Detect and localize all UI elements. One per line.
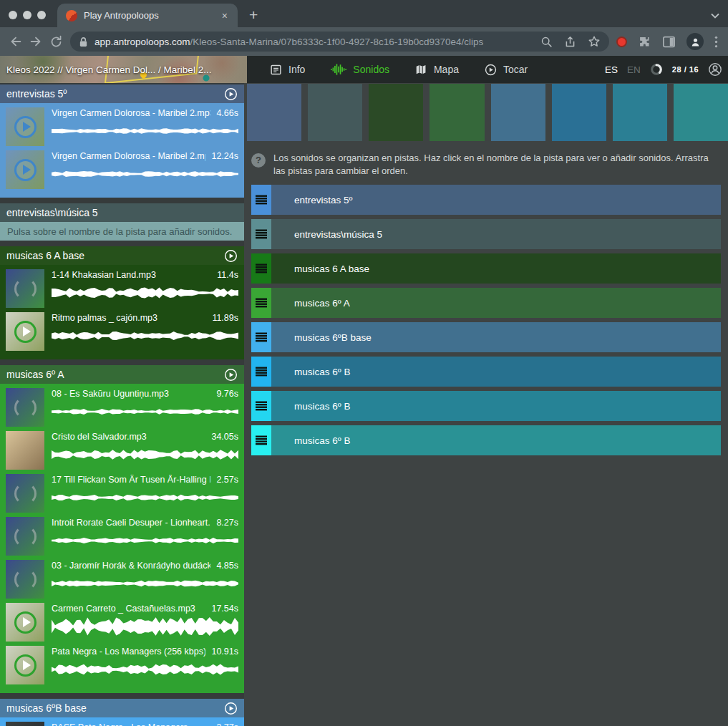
window-minimize-icon[interactable]	[23, 11, 31, 19]
track-name[interactable]: entrevistas 5º	[271, 185, 721, 215]
clip-thumbnail[interactable]	[6, 107, 44, 146]
track-name[interactable]: musicas 6º A	[271, 288, 721, 318]
track-header-name[interactable]: musicas 6ºB base	[6, 702, 87, 714]
track-name[interactable]: musicas 6º B	[271, 357, 721, 387]
back-button[interactable]	[6, 32, 26, 52]
track-header-name[interactable]: musicas 6 A base	[6, 250, 84, 261]
language-en[interactable]: EN	[627, 64, 641, 75]
track-row[interactable]: musicas 6ºB base	[251, 322, 721, 352]
tab-sonidos[interactable]: Sonidos	[331, 64, 389, 75]
track-header[interactable]: entrevistas 5º	[0, 84, 244, 103]
window-close-icon[interactable]	[9, 11, 17, 19]
clip[interactable]: Virgen Carmen Dolorosa - Maribel 2.mp312…	[6, 150, 238, 189]
play-track-icon[interactable]	[224, 249, 238, 263]
side-panel-icon[interactable]	[662, 36, 676, 48]
drag-handle[interactable]	[251, 391, 271, 421]
track-header-name[interactable]: musicas 6º A	[6, 369, 64, 380]
track-color-swatch[interactable]	[613, 84, 667, 141]
clip[interactable]: Pata Negra - Los Managers (256 kbps).mp3…	[6, 646, 238, 684]
track-name[interactable]: musicas 6º B	[271, 425, 721, 455]
clip-thumbnail[interactable]	[6, 474, 44, 513]
track-row[interactable]: entrevistas 5º	[251, 185, 721, 215]
zoom-icon[interactable]	[540, 36, 553, 48]
clip[interactable]: 1-14 Khakasian Land.mp311.4s	[6, 269, 238, 308]
clip-thumbnail[interactable]	[6, 603, 44, 642]
track-header[interactable]: musicas 6 A base	[0, 246, 244, 265]
record-extension-icon[interactable]	[616, 37, 627, 47]
play-track-icon[interactable]	[224, 702, 238, 715]
bookmark-star-icon[interactable]	[588, 35, 601, 48]
tab-info[interactable]: Info	[270, 64, 305, 76]
track-row[interactable]: musicas 6º B	[251, 357, 721, 387]
clip-thumbnail[interactable]	[6, 150, 44, 189]
play-overlay-icon[interactable]	[14, 321, 37, 343]
extensions-puzzle-icon[interactable]	[638, 35, 651, 49]
tab-tocar[interactable]: Tocar	[485, 64, 528, 76]
tab-close-icon[interactable]: ×	[220, 10, 229, 21]
track-name[interactable]: musicas 6º B	[271, 391, 721, 421]
play-overlay-icon[interactable]	[14, 159, 37, 181]
window-maximize-icon[interactable]	[37, 11, 46, 19]
track-row[interactable]: musicas 6 A base	[251, 253, 721, 284]
reload-button[interactable]	[46, 32, 66, 52]
clip[interactable]: Cristo del Salvador.mp334.05s	[6, 431, 238, 470]
track-header[interactable]: entrevistas\música 5	[0, 203, 244, 222]
profile-avatar[interactable]	[686, 33, 704, 50]
new-tab-button[interactable]: +	[238, 7, 258, 27]
clip-thumbnail[interactable]	[6, 722, 44, 726]
track-header[interactable]: musicas 6ºB base	[0, 699, 244, 717]
track-row[interactable]: musicas 6º B	[251, 391, 721, 421]
clip[interactable]: 08 - Es Sakūru Uguntiņu.mp39.76s	[6, 388, 238, 427]
drag-handle[interactable]	[251, 288, 271, 318]
tab-search-chevron-icon[interactable]	[711, 9, 719, 21]
track-color-swatch[interactable]	[308, 84, 362, 141]
track-name[interactable]: musicas 6ºB base	[271, 322, 721, 352]
track-row[interactable]: musicas 6º B	[251, 425, 721, 455]
track-header-name[interactable]: entrevistas 5º	[6, 88, 67, 100]
drag-handle[interactable]	[251, 357, 271, 387]
track-header-name[interactable]: entrevistas\música 5	[6, 207, 98, 218]
track-color-swatch[interactable]	[369, 84, 423, 141]
clip[interactable]: Virgen Carmen Dolorosa - Maribel 2.mp34.…	[6, 107, 238, 146]
play-track-icon[interactable]	[224, 87, 238, 101]
clip-thumbnail[interactable]	[6, 312, 44, 351]
clip-thumbnail[interactable]	[6, 560, 44, 599]
clip-thumbnail[interactable]	[6, 388, 44, 427]
track-row[interactable]: entrevistas\música 5	[251, 219, 721, 249]
drag-handle[interactable]	[251, 253, 271, 284]
window-controls[interactable]	[0, 11, 57, 27]
share-icon[interactable]	[564, 36, 576, 48]
track-color-swatch[interactable]	[429, 84, 484, 141]
track-color-swatch[interactable]	[247, 84, 301, 141]
browser-tab[interactable]: Play Antropoloops ×	[57, 4, 238, 27]
forward-button[interactable]	[26, 32, 46, 52]
track-color-swatch[interactable]	[552, 84, 606, 141]
track-header[interactable]: musicas 6º A	[0, 365, 244, 384]
play-overlay-icon[interactable]	[14, 611, 37, 634]
drag-handle[interactable]	[251, 322, 271, 352]
account-icon[interactable]	[708, 62, 722, 77]
breadcrumb[interactable]: Kleos 2022 // Virgen Carmen Dol... / Mar…	[6, 64, 211, 75]
track-row[interactable]: musicas 6º A	[251, 288, 721, 318]
clip[interactable]: BASE Pata Negra - Los Managers3.77s	[6, 722, 238, 726]
drag-handle[interactable]	[251, 185, 271, 215]
clip[interactable]: Ritmo palmas _ cajón.mp311.89s	[6, 312, 238, 351]
clip[interactable]: 03 - Jaromír Horák & Konrádyho dudácká .…	[6, 560, 238, 599]
clip-thumbnail[interactable]	[6, 646, 44, 684]
drag-handle[interactable]	[251, 219, 271, 249]
track-name[interactable]: musicas 6 A base	[271, 253, 721, 284]
play-track-icon[interactable]	[224, 368, 238, 382]
track-name[interactable]: entrevistas\música 5	[271, 219, 721, 249]
play-overlay-icon[interactable]	[14, 116, 37, 138]
drag-handle[interactable]	[251, 425, 271, 455]
clip[interactable]: Introit Rorate Caeli Desuper - Lionheart…	[6, 517, 238, 556]
clip-thumbnail[interactable]	[6, 431, 44, 470]
clip[interactable]: 17 Till Flickan Som Är Tusen År-Halling …	[6, 474, 238, 513]
map-preview[interactable]: Kleos 2022 // Virgen Carmen Dol... / Mar…	[0, 56, 247, 83]
clip-thumbnail[interactable]	[6, 517, 44, 556]
track-color-swatch[interactable]	[491, 84, 545, 141]
clip-thumbnail[interactable]	[6, 269, 44, 308]
play-overlay-icon[interactable]	[14, 654, 37, 677]
track-color-swatch[interactable]	[674, 84, 728, 141]
tab-mapa[interactable]: Mapa	[415, 64, 459, 75]
